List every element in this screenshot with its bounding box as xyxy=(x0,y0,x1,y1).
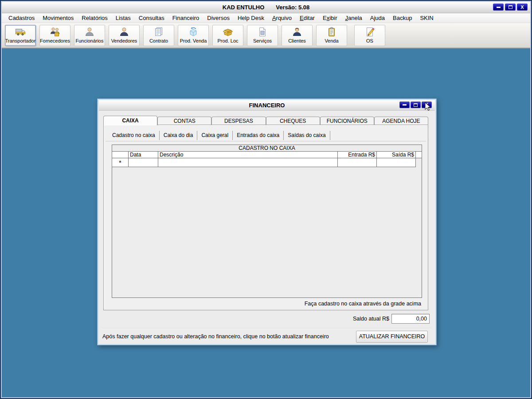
maximize-button[interactable] xyxy=(505,4,516,11)
grid-new-row: * xyxy=(112,158,422,167)
toolbar-clientes-button[interactable]: Clientes xyxy=(282,25,313,46)
employee-icon xyxy=(84,26,95,38)
financeiro-titlebar[interactable]: FINANCEIRO xyxy=(99,100,435,111)
footer-divider xyxy=(102,328,432,329)
financeiro-tabstrip: CAIXA CONTAS DESPESAS CHEQUES FUNCIONÁRI… xyxy=(103,116,428,125)
toolbar-button-label: Funcionários xyxy=(76,38,104,43)
close-button[interactable]: X xyxy=(517,4,528,11)
product-sale-cube-icon xyxy=(188,26,199,38)
toolbar-button-label: Serviços xyxy=(253,38,272,43)
toolbar-button-label: Contrato xyxy=(149,38,168,43)
menu-movimentos[interactable]: Movimentos xyxy=(39,13,78,23)
menu-financeiro[interactable]: Financeiro xyxy=(168,13,203,23)
work-order-pencil-icon xyxy=(364,26,376,38)
toolbar-button-label: Venda xyxy=(325,38,338,43)
menu-arquivo[interactable]: Arquivo xyxy=(268,13,296,23)
maximize-icon xyxy=(414,103,418,107)
grid-title-band: CADASTRO NO CAIXA xyxy=(112,145,422,152)
footer-instruction-text: Após fazer qualquer cadastro ou alteraçã… xyxy=(102,332,329,341)
toolbar-venda-button[interactable]: Venda xyxy=(316,25,347,46)
menu-relatorios[interactable]: Relatórios xyxy=(78,13,112,23)
toolbar-transportador-button[interactable]: Transportador xyxy=(5,25,36,46)
grid-cell-saida[interactable] xyxy=(377,158,416,167)
caixa-subtabstrip: Cadastro no caixa Caixa do dia Caixa ger… xyxy=(108,131,330,140)
grid-col-descricao: Descrição xyxy=(158,152,338,158)
app-title: KAD ENTULHO xyxy=(223,4,265,11)
menu-help-desk[interactable]: Help Desk xyxy=(234,13,268,23)
tab-agenda-hoje[interactable]: AGENDA HOJE xyxy=(374,117,428,125)
minimize-icon xyxy=(403,104,407,106)
menu-consultas[interactable]: Consultas xyxy=(135,13,168,23)
menu-ajuda[interactable]: Ajuda xyxy=(366,13,389,23)
grid-header-row: Data Descrição Entrada R$ Saída R$ xyxy=(112,152,422,158)
client-icon xyxy=(291,26,303,38)
toolbar-funcionarios-button[interactable]: Funcionários xyxy=(74,25,105,46)
toolbar-button-label: Clientes xyxy=(288,38,306,43)
saldo-atual-field[interactable]: 0,00 xyxy=(391,314,430,324)
cadastro-caixa-grid: CADASTRO NO CAIXA Data Descrição Entrada… xyxy=(112,145,422,298)
grid-new-row-indicator: * xyxy=(112,158,129,167)
toolbar-fornecedores-button[interactable]: Fornecedores xyxy=(39,25,70,46)
tab-cheques[interactable]: CHEQUES xyxy=(266,117,320,125)
app-version: Versão: 5.08 xyxy=(276,4,309,11)
subtab-saidas-do-caixa[interactable]: Saídas do caixa xyxy=(284,131,330,140)
product-rental-box-icon xyxy=(222,26,234,38)
toolbar-os-button[interactable]: OS xyxy=(354,25,385,46)
toolbar-button-label: Fornecedores xyxy=(40,38,70,43)
tab-despesas[interactable]: DESPESAS xyxy=(211,117,266,125)
financeiro-minimize-button[interactable] xyxy=(399,102,410,108)
toolbar-servicos-button[interactable]: Serviços xyxy=(247,25,278,46)
close-icon: X xyxy=(520,5,524,10)
toolbar-button-label: Vendedores xyxy=(111,38,137,43)
caixa-tabpage: Cadastro no caixa Caixa do dia Caixa ger… xyxy=(103,125,428,310)
saldo-atual-label: Saldo atual R$ xyxy=(301,314,389,324)
menu-exibir[interactable]: Exibir xyxy=(319,13,341,23)
contract-icon xyxy=(153,26,164,38)
toolbar-button-label: OS xyxy=(366,38,373,43)
financeiro-window-controls: X xyxy=(399,102,432,108)
toolbar-button-label: Prod. Loc xyxy=(217,38,238,43)
menu-editar[interactable]: Editar xyxy=(296,13,319,23)
toolbar: Transportador Fornecedores Funcionários xyxy=(2,23,530,48)
main-window-controls: X xyxy=(493,4,528,11)
minimize-button[interactable] xyxy=(493,4,504,11)
menu-backup[interactable]: Backup xyxy=(389,13,416,23)
minimize-icon xyxy=(497,7,501,8)
menu-listas[interactable]: Listas xyxy=(112,13,135,23)
toolbar-prod-venda-button[interactable]: Prod. Venda xyxy=(178,25,209,46)
menu-cadastros[interactable]: Cadastros xyxy=(4,13,39,23)
financeiro-window: FINANCEIRO X CAIXA CONTAS DESPESAS CHEQU… xyxy=(97,98,437,345)
financeiro-close-button[interactable]: X xyxy=(422,102,432,108)
toolbar-contrato-button[interactable]: Contrato xyxy=(143,25,174,46)
services-page-icon xyxy=(257,26,268,38)
grid-col-indicator xyxy=(112,152,129,158)
grid-col-data: Data xyxy=(129,152,158,158)
tab-contas[interactable]: CONTAS xyxy=(157,117,211,125)
grid-hint-text: Faça cadastro no caixa através da grade … xyxy=(305,301,421,307)
toolbar-button-label: Prod. Venda xyxy=(180,38,207,43)
financeiro-maximize-button[interactable] xyxy=(411,102,421,108)
close-icon: X xyxy=(425,102,428,107)
subtab-caixa-do-dia[interactable]: Caixa do dia xyxy=(160,131,198,140)
tab-caixa[interactable]: CAIXA xyxy=(103,116,157,125)
atualizar-financeiro-button[interactable]: ATUALIZAR FINANCEIRO xyxy=(356,331,428,343)
truck-icon xyxy=(15,26,26,38)
toolbar-vendedores-button[interactable]: Vendedores xyxy=(109,25,140,46)
subtab-entradas-do-caixa[interactable]: Entradas do caixa xyxy=(233,131,284,140)
menu-skin[interactable]: SKIN xyxy=(416,13,437,23)
toolbar-button-label: Transportador xyxy=(5,38,36,43)
grid-cell-entrada[interactable] xyxy=(338,158,377,167)
grid-cell-data[interactable] xyxy=(129,158,158,167)
subtab-caixa-geral[interactable]: Caixa geral xyxy=(197,131,233,140)
seller-icon xyxy=(118,26,130,38)
menu-diversos[interactable]: Diversos xyxy=(203,13,234,23)
grid-row-filler xyxy=(416,158,422,167)
toolbar-prod-loc-button[interactable]: Prod. Loc xyxy=(212,25,243,46)
grid-cell-descricao[interactable] xyxy=(158,158,338,167)
grid-header-filler xyxy=(416,152,422,158)
subtab-cadastro-no-caixa[interactable]: Cadastro no caixa xyxy=(108,131,160,140)
grid-col-entrada: Entrada R$ xyxy=(338,152,377,158)
tab-funcionarios[interactable]: FUNCIONÁRIOS xyxy=(320,117,374,125)
subtab-divider xyxy=(106,141,426,141)
menu-janela[interactable]: Janela xyxy=(341,13,366,23)
